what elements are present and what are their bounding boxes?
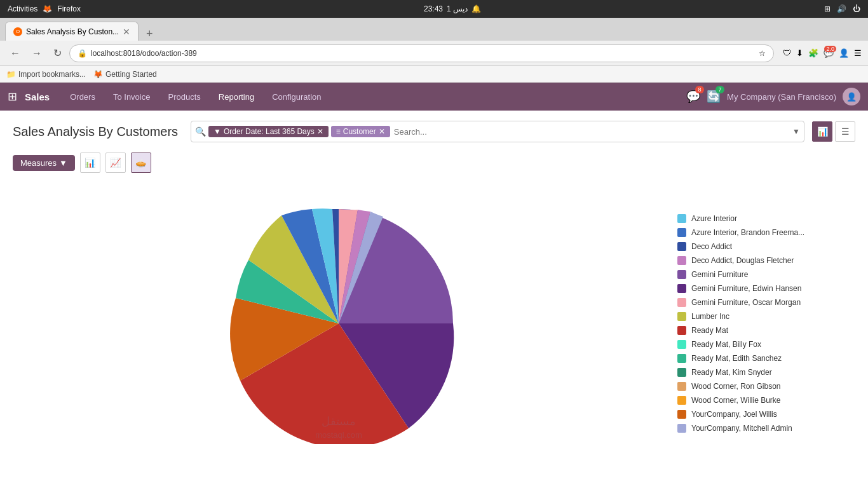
nav-right: 💬 8 🔄 7 My Company (San Francisco) 👤 [686,88,860,105]
notification-badge-icon[interactable]: 💬 2.0 [824,48,834,58]
legend-label: Ready Mat [691,326,728,335]
legend-item: Ready Mat [677,326,849,335]
legend-color-box [677,410,686,419]
legend-label: Deco Addict [691,242,732,251]
back-button[interactable]: ← [6,46,24,60]
bookmarks-bar: 📁 Import bookmarks... 🦊 Getting Started [0,66,868,83]
user-avatar[interactable]: 👤 [843,88,860,105]
new-tab-button[interactable]: + [141,27,158,41]
toolbar: Measures ▼ 📊 📈 🥧 [13,152,855,173]
os-bar: Activities 🦊 Firefox 23:43 1 ديس 🔔 ⊞ 🔊 ⏻ [0,0,868,18]
legend-item: Azure Interior [677,214,849,223]
content-area: Sales Analysis By Customers 🔍 ▼ Order Da… [0,111,868,488]
legend-color-box [677,368,686,377]
bookmark-star[interactable]: ☆ [759,49,766,58]
legend-color-box [677,284,686,293]
legend-item: Azure Interior, Brandon Freema... [677,228,849,237]
network-icon: ⊞ [824,4,831,13]
legend-item: Deco Addict [677,242,849,251]
address-text: localhost:8018/odoo/action-389 [91,49,755,58]
legend-color-box [677,256,686,265]
bookmark-getting-started[interactable]: 🦊 Getting Started [93,70,157,79]
list-view-button[interactable]: ☰ [835,121,855,142]
bookmark-import[interactable]: 📁 Import bookmarks... [6,70,86,79]
legend-label: Gemini Furniture, Edwin Hansen [691,284,801,293]
os-time: 23:43 [424,4,443,13]
legend-item: YourCompany, Mitchell Admin [677,424,849,433]
security-icon: 🔒 [78,49,87,58]
legend-item: Gemini Furniture [677,270,849,279]
app-container: ⊞ Sales Orders To Invoice Products Repor… [0,83,868,488]
legend-color-box [677,242,686,251]
legend-container: Azure InteriorAzure Interior, Brandon Fr… [677,183,855,464]
filter-customer-label: Customer [343,127,376,136]
nav-products[interactable]: Products [160,88,208,105]
filter-icon: ▼ [214,127,221,136]
svg-text:mostaql.com: mostaql.com [315,430,362,440]
tab-close-button[interactable]: ✕ [123,27,130,37]
filter-dropdown-arrow[interactable]: ▼ [792,127,800,136]
legend-color-box [677,312,686,321]
search-input[interactable] [393,126,790,138]
bookmark-getting-started-label: Getting Started [105,70,157,79]
pie-chart-button[interactable]: 🥧 [131,152,151,173]
filter-customer-close[interactable]: ✕ [379,127,385,136]
legend-label: Ready Mat, Kim Snyder [691,368,772,377]
activity-icon-btn[interactable]: 🔄 7 [707,90,721,104]
watermark-text: مستقل [322,415,356,428]
group-icon: ≡ [336,127,341,136]
bookmark-import-label: Import bookmarks... [18,70,86,79]
legend-item: Wood Corner, Ron Gibson [677,382,849,391]
menu-icon[interactable]: ☰ [854,48,862,58]
notification-icon[interactable]: 🔔 [471,4,481,13]
legend-label: Lumber Inc [691,312,729,321]
chart-area: مستقل mostaql.com Azure InteriorAzure In… [13,183,855,464]
active-tab[interactable]: O Sales Analysis By Custon... ✕ [5,22,139,41]
app-brand[interactable]: Sales [25,92,50,102]
tab-title: Sales Analysis By Custon... [26,27,119,36]
legend-label: YourCompany, Mitchell Admin [691,424,792,433]
filter-tag-customer: ≡ Customer ✕ [331,126,390,137]
legend-label: Gemini Furniture [691,270,748,279]
app-topnav: ⊞ Sales Orders To Invoice Products Repor… [0,83,868,111]
browser-label: Firefox [57,4,81,13]
chat-icon-btn[interactable]: 💬 8 [686,90,700,104]
legend-color-box [677,354,686,363]
legend-item: Ready Mat, Kim Snyder [677,368,849,377]
activities-label[interactable]: Activities [8,4,37,13]
view-buttons: 📊 ☰ [812,121,855,142]
os-date: 1 ديس [447,4,468,13]
company-name: My Company (San Francisco) [727,92,836,102]
volume-icon: 🔊 [837,4,846,13]
nav-reporting[interactable]: Reporting [211,88,262,105]
forward-button[interactable]: → [28,46,46,60]
nav-orders[interactable]: Orders [62,88,103,105]
filter-date-label: Order Date: Last 365 Days [224,127,315,136]
pie-container: مستقل mostaql.com [13,183,665,464]
bar-chart-button[interactable]: 📊 [80,152,100,173]
legend-color-box [677,424,686,433]
legend-item: Deco Addict, Douglas Fletcher [677,256,849,265]
chart-view-button[interactable]: 📊 [812,121,832,142]
grid-icon[interactable]: ⊞ [8,90,17,104]
legend-item: Ready Mat, Billy Fox [677,340,849,349]
profile-icon[interactable]: 👤 [839,48,849,58]
download-icon[interactable]: ⬇ [796,48,803,58]
legend-item: YourCompany, Joel Willis [677,410,849,419]
measures-button[interactable]: Measures ▼ [13,155,75,171]
line-chart-button[interactable]: 📈 [105,152,126,173]
nav-configuration[interactable]: Configuration [264,88,329,105]
legend-label: Azure Interior, Brandon Freema... [691,228,804,237]
legend-label: Ready Mat, Billy Fox [691,340,761,349]
page-title: Sales Analysis By Customers [13,125,178,139]
filter-date-close[interactable]: ✕ [317,127,323,136]
address-bar[interactable]: 🔒 localhost:8018/odoo/action-389 ☆ [69,44,774,62]
legend-item: Wood Corner, Willie Burke [677,396,849,405]
legend-label: Gemini Furniture, Oscar Morgan [691,298,801,307]
legend-label: Ready Mat, Edith Sanchez [691,354,782,363]
nav-to-invoice[interactable]: To Invoice [105,88,158,105]
power-icon[interactable]: ⏻ [853,4,860,13]
legend-label: YourCompany, Joel Willis [691,410,777,419]
extension-icon[interactable]: 🧩 [808,48,818,58]
reload-button[interactable]: ↻ [50,46,65,60]
